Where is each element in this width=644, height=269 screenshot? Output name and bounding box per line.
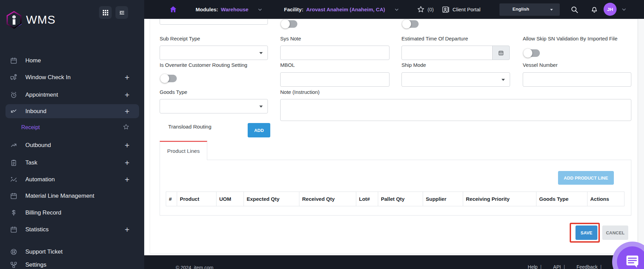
expand-plus-icon[interactable]: + [125, 175, 129, 184]
sidebar-item-home[interactable]: Home [5, 53, 139, 68]
note-instruction-label: Note (Instruction) [280, 89, 320, 95]
search-button[interactable] [570, 0, 579, 19]
goods-type-label: Goods Type [160, 89, 187, 95]
sidebar-subitem-label: Receipt [21, 124, 40, 131]
sidebar-item-label: Statistics [25, 226, 49, 233]
link-divider: | [564, 264, 565, 269]
ship-mode-select[interactable] [401, 72, 510, 87]
modules-value: Warehouse [221, 7, 248, 12]
footer-links: Help| API| Feedback| Dow [528, 264, 623, 269]
toggle-knob [160, 74, 169, 83]
facility-value: Arovast Anaheim (Anaheim, CA) [306, 7, 385, 12]
col-received-qty: Received Qty [299, 192, 356, 206]
apps-grid-button[interactable] [99, 6, 112, 19]
expand-plus-icon[interactable]: + [125, 73, 129, 82]
expand-plus-icon[interactable]: + [125, 90, 129, 100]
avatar[interactable]: JH [604, 3, 617, 16]
expand-plus-icon[interactable]: + [125, 140, 129, 150]
caret-down-icon [259, 106, 263, 108]
sidebar-item-label: Task [25, 159, 37, 166]
chevron-down-icon [621, 7, 627, 12]
modules-label: Modules: [196, 7, 218, 12]
save-button[interactable]: SAVE [575, 225, 597, 240]
sidebar-item-label: Material Line Management [25, 193, 94, 199]
toggle-off[interactable] [282, 20, 297, 28]
footer-link-api[interactable]: API [553, 264, 561, 269]
sys-note-input[interactable] [280, 46, 389, 60]
vertical-scrollbar[interactable] [638, 19, 644, 255]
add-product-line-button[interactable]: ADD PRODUCT LINE [558, 171, 614, 185]
favorite-star-icon[interactable] [123, 123, 129, 132]
receipt-type-select[interactable] [160, 19, 268, 25]
caret-down-icon [501, 79, 505, 81]
vessel-number-input[interactable] [523, 72, 631, 87]
expand-plus-icon[interactable]: + [125, 158, 129, 168]
link-divider: | [540, 264, 542, 269]
notifications-button[interactable] [590, 0, 598, 19]
star-icon [417, 5, 425, 13]
toggle-knob [523, 49, 532, 58]
profile-menu-button[interactable] [621, 0, 627, 19]
favorites-control[interactable]: (0) [417, 0, 434, 19]
sub-receipt-type-select[interactable] [160, 46, 268, 60]
grid-icon [102, 10, 109, 16]
note-instruction-textarea[interactable] [280, 99, 631, 121]
sidebar: WMS Home Window Check In + Appointment + [0, 0, 144, 269]
toggle-knob [402, 20, 411, 28]
sidebar-item-task[interactable]: Task + [5, 156, 139, 170]
sidebar-item-label: Settings [25, 261, 46, 268]
outbound-arrow-icon [10, 141, 18, 149]
table-header-row: # Product UOM Expected Qty Received Qty … [166, 192, 624, 206]
inbound-arrow-icon [10, 107, 18, 115]
col-receiving-priority: Receiving Priority [463, 192, 536, 206]
sidebar-item-automation[interactable]: Automation + [5, 172, 139, 186]
dollar-icon [10, 209, 18, 217]
home-button[interactable] [169, 0, 177, 19]
toggle-off[interactable] [403, 20, 419, 28]
calendar-icon [10, 225, 18, 234]
client-portal-button[interactable]: Client Portal [442, 0, 481, 19]
transload-routing-label: Transload Routing [168, 124, 211, 130]
sidebar-item-material-line-management[interactable]: Material Line Management [5, 189, 139, 203]
add-transload-routing-button[interactable]: ADD [248, 123, 270, 137]
mbol-input[interactable] [280, 72, 389, 87]
link-divider: | [600, 264, 602, 269]
sidebar-item-inbound[interactable]: Inbound + [5, 104, 139, 118]
allow-skip-sn-toggle[interactable] [524, 49, 540, 57]
caret-down-icon [259, 52, 263, 54]
sidebar-item-statistics[interactable]: Statistics + [5, 222, 139, 236]
language-select[interactable]: English [499, 3, 560, 16]
facility-selector[interactable]: Facility: Arovast Anaheim (Anaheim, CA) [284, 0, 399, 19]
sidebar-item-billing-record[interactable]: Billing Record [5, 206, 139, 220]
sidebar-item-receipt[interactable]: Receipt [5, 121, 139, 134]
chat-widget-inner [617, 246, 644, 269]
col-goods-type: Goods Type [536, 192, 587, 206]
modules-selector[interactable]: Modules: Warehouse [196, 0, 263, 19]
vessel-number-label: Vessel Number [523, 62, 558, 68]
expand-plus-icon[interactable]: + [125, 225, 129, 234]
sidebar-item-outbound[interactable]: Outbound + [5, 138, 139, 152]
cancel-button[interactable]: CANCEL [602, 225, 628, 240]
etd-input[interactable] [401, 46, 493, 60]
sidebar-item-support-ticket[interactable]: Support Ticket [5, 245, 139, 259]
collapse-sidebar-button[interactable] [115, 6, 128, 19]
overwrite-routing-toggle[interactable] [161, 75, 177, 82]
chevron-down-icon [257, 7, 263, 12]
sidebar-item-settings[interactable]: Settings [5, 258, 139, 269]
footer-link-help[interactable]: Help [528, 264, 538, 269]
footer-link-feedback[interactable]: Feedback [577, 264, 597, 269]
goods-type-select[interactable] [160, 99, 268, 113]
col-lot: Lot# [356, 192, 378, 206]
chat-bubble-icon [624, 254, 640, 269]
col-index: # [166, 192, 177, 206]
overwrite-routing-label: Is Overwrite Customer Routing Setting [160, 62, 247, 68]
tab-product-lines[interactable]: Product Lines [160, 141, 207, 160]
sidebar-item-window-check-in[interactable]: Window Check In + [5, 70, 139, 84]
allow-skip-sn-label: Allow Skip SN Validation By Imported Fil… [523, 36, 618, 41]
alarm-clock-icon [10, 91, 18, 99]
expand-plus-icon[interactable]: + [125, 107, 129, 116]
sidebar-item-appointment[interactable]: Appointment + [5, 88, 139, 102]
facility-label: Facility: [284, 7, 304, 12]
date-picker-button[interactable] [492, 46, 510, 60]
etd-label: Estimated Time Of Departure [401, 36, 468, 41]
